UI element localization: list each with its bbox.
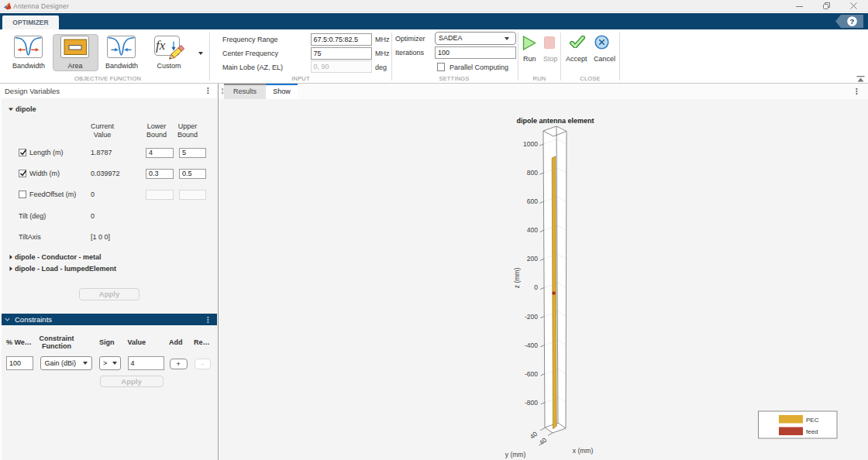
svg-text:PEC: PEC [806,417,819,424]
svg-text:dipole antenna element: dipole antenna element [516,117,594,125]
svg-text:0: 0 [534,283,538,291]
svg-text:-40: -40 [536,436,549,448]
svg-text:?: ? [850,17,855,26]
svg-text:fx: fx [156,38,166,53]
svg-text:x (mm): x (mm) [573,447,594,455]
svg-text:1000: 1000 [523,140,538,148]
svg-text:800: 800 [527,169,538,177]
svg-text:400: 400 [527,226,538,234]
svg-text:feed: feed [806,428,818,435]
svg-text:y (mm): y (mm) [505,451,526,458]
svg-text:40: 40 [529,430,539,441]
svg-text:-600: -600 [525,370,538,378]
svg-text:200: 200 [527,255,538,263]
svg-text:z (mm): z (mm) [513,268,521,289]
svg-text:-200: -200 [525,313,538,321]
svg-text:-800: -800 [525,399,538,407]
svg-text:600: 600 [527,197,538,205]
svg-text:-400: -400 [525,342,538,349]
